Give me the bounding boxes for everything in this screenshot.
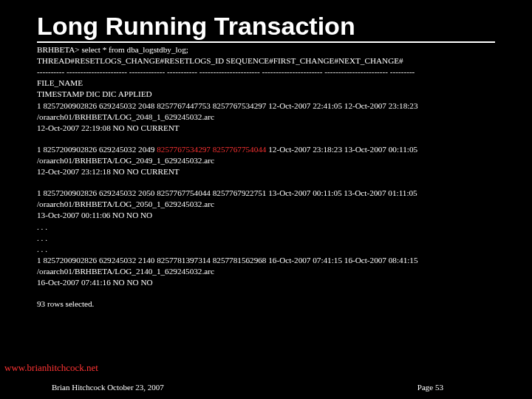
- footer: Brian Hitchcock October 23, 2007 Page 53: [0, 383, 532, 392]
- query-block-3: 1 8257200902826 629245032 2050 825776775…: [37, 188, 495, 288]
- text-line: 13-Oct-2007 00:11:06 NO NO NO: [37, 210, 495, 221]
- text-line: 1 8257200902826 629245032 2048 825776744…: [37, 100, 495, 112]
- text-line: 1 8257200902826 629245032 2050 825776775…: [37, 188, 495, 199]
- text-line: BRHBETA> select * from dba_logstdby_log;: [37, 44, 495, 55]
- text-line: . . .: [37, 244, 495, 255]
- query-block-1: BRHBETA> select * from dba_logstdby_log;…: [37, 44, 495, 134]
- text-line: /oraarch01/BRHBETA/LOG_2048_1_629245032.…: [37, 112, 495, 123]
- text-line: 12-Oct-2007 23:12:18 NO NO CURRENT: [37, 166, 495, 177]
- text-line: /oraarch01/BRHBETA/LOG_2049_1_629245032.…: [37, 155, 495, 166]
- text-line: 1 8257200902826 629245032 2140 825778139…: [37, 255, 495, 266]
- text-line: 12-Oct-2007 22:19:08 NO NO CURRENT: [37, 123, 495, 134]
- text-line: ---------- ---------------------- ------…: [37, 66, 495, 78]
- text-line: TIMESTAMP DIC DIC APPLIED: [37, 89, 495, 100]
- text-line: THREAD#RESETLOGS_CHANGE#RESETLOGS_ID SEQ…: [37, 55, 495, 66]
- text-line: 16-Oct-2007 07:41:16 NO NO NO: [37, 277, 495, 288]
- site-url: www.brianhitchcock.net: [4, 362, 98, 374]
- text-line: 1 8257200902826 629245032 2049 825776753…: [37, 144, 495, 155]
- footer-author-date: Brian Hitchcock October 23, 2007: [52, 383, 164, 392]
- page-title: Long Running Transaction: [37, 12, 495, 43]
- text-line: . . .: [37, 233, 495, 244]
- rows-selected: 93 rows selected.: [37, 299, 495, 310]
- text-line: . . .: [37, 222, 495, 233]
- content-area: BRHBETA> select * from dba_logstdby_log;…: [37, 44, 495, 310]
- text-line: /oraarch01/BRHBETA/LOG_2140_1_629245032.…: [37, 266, 495, 277]
- text-line: /oraarch01/BRHBETA/LOG_2050_1_629245032.…: [37, 199, 495, 210]
- query-block-2: 1 8257200902826 629245032 2049 825776753…: [37, 144, 495, 177]
- highlight-text: 8257767534297 8257767754044: [157, 145, 266, 154]
- footer-page-number: Page 53: [417, 383, 443, 392]
- text-line: FILE_NAME: [37, 78, 495, 89]
